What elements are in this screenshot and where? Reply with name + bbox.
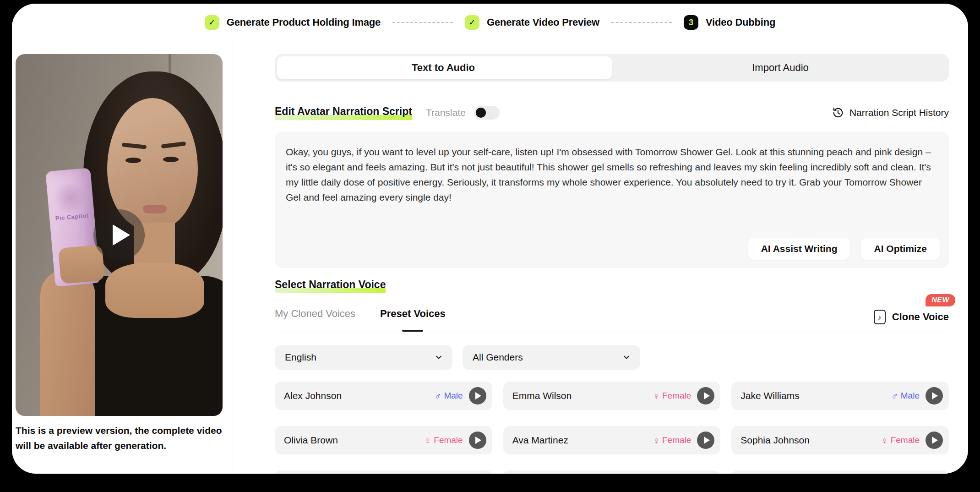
app-window: ✓ Generate Product Holding Image ✓ Gener… [12, 4, 968, 474]
gender-badge: ♀Female [425, 435, 463, 445]
narration-script-history-button[interactable]: Narration Script History [832, 107, 949, 119]
gender-badge: ♀Female [881, 435, 920, 445]
panel-divider [233, 41, 233, 474]
voice-card-partial[interactable] [275, 470, 492, 474]
chevron-down-icon [622, 353, 631, 362]
voice-card[interactable]: Ava Martinez ♀Female [503, 426, 721, 454]
voice-play-button[interactable] [926, 387, 943, 405]
avatar-arm [40, 269, 95, 416]
male-icon: ♂ [435, 391, 442, 401]
check-icon: ✓ [205, 15, 219, 30]
gender-dropdown[interactable]: All Genders [463, 345, 640, 370]
voice-card[interactable]: Olivia Brown ♀Female [275, 426, 492, 454]
product-label: Pic Capilot [49, 212, 95, 222]
chevron-down-icon [434, 353, 443, 362]
play-icon [113, 224, 130, 246]
female-icon: ♀ [653, 391, 660, 401]
avatar-hand [58, 245, 105, 284]
voice-card[interactable]: Jake Williams ♂Male [731, 382, 949, 410]
voice-play-button[interactable] [469, 387, 486, 405]
voice-play-button[interactable] [926, 432, 943, 449]
play-icon [704, 392, 710, 399]
play-icon [475, 392, 481, 399]
voice-card[interactable]: Emma Wilson ♀Female [503, 382, 721, 410]
tab-my-cloned-voices[interactable]: My Cloned Voices [275, 304, 355, 332]
female-icon: ♀ [425, 436, 432, 445]
narration-script-text[interactable]: Okay, you guys, if you want to level up … [286, 144, 937, 205]
voice-name: Olivia Brown [284, 435, 338, 446]
play-button[interactable] [93, 209, 145, 261]
edit-script-title: Edit Avatar Narration Script [275, 105, 412, 120]
avatar-eye [125, 158, 141, 163]
gender-badge: ♀Female [653, 435, 691, 445]
voice-name: Emma Wilson [512, 390, 572, 401]
translate-toggle[interactable] [474, 106, 500, 120]
avatar-eye [163, 157, 179, 162]
voice-tabs: My Cloned Voices Preset Voices [275, 304, 949, 332]
history-icon [832, 107, 844, 119]
avatar-chest [105, 263, 204, 318]
ai-assist-writing-button[interactable]: AI Assist Writing [748, 238, 850, 260]
voice-name: Ava Martinez [512, 435, 568, 446]
voice-card-partial[interactable] [503, 470, 721, 474]
female-icon: ♀ [881, 436, 888, 445]
select-voice-title: Select Narration Voice [275, 279, 386, 293]
voice-play-button[interactable] [469, 432, 486, 449]
toggle-knob [476, 108, 486, 118]
voice-play-button[interactable] [697, 432, 714, 449]
voice-name: Jake Williams [740, 390, 799, 401]
play-icon [704, 437, 710, 444]
ai-optimize-button[interactable]: AI Optimize [861, 238, 940, 260]
video-preview[interactable]: Pic Capilot [16, 54, 223, 416]
voice-title-row: Select Narration Voice [275, 279, 386, 293]
history-label: Narration Script History [849, 107, 949, 118]
product-ornament [51, 182, 89, 214]
voice-grid: Alex Johnson ♂Male Emma Wilson ♀Female J… [275, 382, 949, 474]
voice-card-partial[interactable] [731, 470, 949, 474]
tab-text-to-audio[interactable]: Text to Audio [275, 54, 612, 82]
narration-script-editor[interactable]: Okay, you guys, if you want to level up … [275, 131, 949, 268]
play-icon [475, 437, 481, 444]
female-icon: ♀ [653, 436, 660, 445]
translate-label: Translate [426, 107, 466, 118]
voice-card[interactable]: Sophia Johnson ♀Female [731, 426, 949, 454]
male-icon: ♂ [891, 391, 898, 401]
dubbing-panel: Text to Audio Import Audio Edit Avatar N… [275, 4, 949, 474]
gender-badge: ♂Male [435, 391, 463, 401]
play-icon [932, 392, 938, 399]
tab-preset-voices[interactable]: Preset Voices [380, 304, 446, 332]
language-value: English [285, 352, 316, 363]
tab-import-audio[interactable]: Import Audio [612, 54, 949, 82]
audio-source-tabs: Text to Audio Import Audio [275, 54, 949, 82]
preview-caption: This is a preview version, the complete … [16, 423, 223, 453]
script-header-row: Edit Avatar Narration Script Translate N… [275, 103, 949, 123]
voice-filters: English All Genders [275, 345, 640, 370]
gender-value: All Genders [473, 352, 523, 363]
play-icon [932, 437, 938, 444]
language-dropdown[interactable]: English [275, 345, 452, 370]
script-actions: AI Assist Writing AI Optimize [748, 238, 940, 260]
gender-badge: ♂Male [891, 391, 920, 401]
voice-card[interactable]: Alex Johnson ♂Male [275, 382, 492, 410]
gender-badge: ♀Female [653, 391, 691, 401]
voice-name: Sophia Johnson [740, 435, 810, 446]
avatar-lips [143, 205, 167, 213]
voice-name: Alex Johnson [284, 390, 342, 401]
voice-play-button[interactable] [697, 387, 714, 405]
